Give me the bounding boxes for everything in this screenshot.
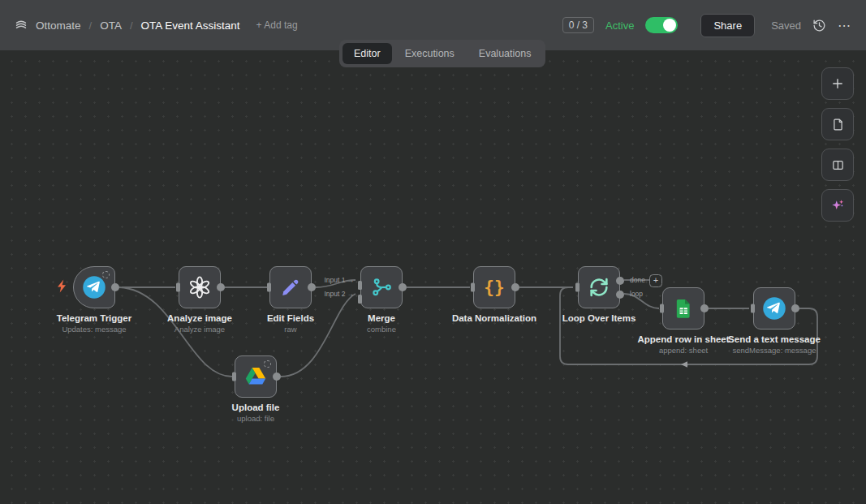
view-tabs: Editor Executions Evaluations: [339, 40, 545, 67]
breadcrumb-separator: /: [89, 19, 93, 32]
output-port[interactable]: [511, 283, 519, 291]
more-menu-icon[interactable]: ⋯: [838, 18, 851, 33]
loop-icon: [588, 276, 610, 299]
tab-editor[interactable]: Editor: [343, 43, 392, 64]
node-label: Upload file: [187, 403, 325, 412]
output-port-done[interactable]: [616, 277, 624, 285]
merge-input2-label: Input 2→: [325, 290, 354, 298]
output-port[interactable]: [700, 304, 709, 312]
node-send-text-message[interactable]: Send a text message sendMessage: message: [753, 287, 795, 330]
workflow-title[interactable]: OTA Event Assistant: [141, 19, 240, 32]
node-label: Loop Over Items: [530, 313, 668, 323]
node-label: Send a text message: [705, 334, 843, 344]
node-append-row-in-sheet[interactable]: Append row in sheet append: sheet: [662, 287, 704, 330]
trigger-bolt-icon: [57, 279, 67, 296]
node-telegram-trigger[interactable]: Telegram Trigger Updates: message: [73, 266, 115, 308]
merge-input1-label: Input 1→: [325, 276, 354, 284]
toggle-knob: [663, 19, 676, 32]
active-toggle[interactable]: [645, 17, 678, 33]
tab-executions[interactable]: Executions: [394, 43, 466, 64]
loopback-arrow: [681, 361, 687, 367]
merge-icon: [370, 276, 393, 299]
ai-assistant-button[interactable]: [821, 189, 854, 222]
google-drive-icon: [244, 365, 267, 388]
breadcrumb-folder[interactable]: OTA: [100, 19, 122, 32]
telegram-icon: [82, 275, 106, 299]
output-port[interactable]: [308, 283, 316, 291]
telegram-icon: [762, 296, 786, 321]
output-port[interactable]: [273, 373, 281, 381]
braces-icon: {}: [484, 278, 504, 297]
node-sublabel: upload: file: [187, 414, 325, 423]
breadcrumb-separator: /: [130, 19, 133, 32]
breadcrumb-workspace[interactable]: Ottomate: [36, 19, 81, 32]
output-port[interactable]: [111, 283, 119, 291]
add-node-endpoint-button[interactable]: +: [649, 274, 662, 287]
loop-done-label: done: [630, 276, 645, 284]
node-sublabel: sendMessage: message: [705, 346, 843, 355]
node-edit-fields[interactable]: Edit Fields raw: [269, 266, 312, 308]
execution-counter-badge: 0 / 3: [562, 17, 594, 33]
note-icon: [831, 118, 845, 131]
input-port-2[interactable]: [358, 295, 362, 304]
output-port[interactable]: [399, 283, 407, 291]
input-port[interactable]: [471, 283, 475, 292]
share-button[interactable]: Share: [700, 14, 755, 37]
workspace-stack-icon: [15, 19, 28, 32]
active-label: Active: [605, 19, 634, 32]
output-port[interactable]: [217, 283, 225, 291]
dashed-circle-icon: [102, 271, 110, 278]
input-port[interactable]: [176, 283, 180, 292]
history-icon[interactable]: [812, 19, 826, 32]
canvas-toolbar: [821, 67, 854, 222]
toggle-panel-button[interactable]: [821, 149, 854, 181]
node-sublabel: combine: [312, 325, 450, 334]
dashed-circle-icon: [264, 360, 271, 368]
input-port[interactable]: [751, 304, 755, 313]
add-sticky-note-button[interactable]: [821, 108, 854, 140]
output-port[interactable]: [791, 304, 799, 312]
connection-wires: [0, 0, 866, 504]
loop-loop-label: loop: [630, 290, 643, 298]
saved-status: Saved: [771, 19, 801, 32]
input-port[interactable]: [575, 283, 579, 292]
port-arrow-icon: →: [347, 290, 355, 298]
node-loop-over-items[interactable]: Loop Over Items: [578, 266, 620, 308]
output-port-loop[interactable]: [616, 291, 624, 299]
add-tag-button[interactable]: + Add tag: [256, 19, 298, 31]
workflow-editor: Ottomate / OTA / OTA Event Assistant + A…: [0, 0, 866, 504]
node-merge[interactable]: Merge combine: [360, 266, 403, 308]
input-port[interactable]: [232, 373, 236, 381]
plus-icon: [830, 76, 845, 91]
input-port[interactable]: [660, 304, 664, 313]
breadcrumb: Ottomate / OTA / OTA Event Assistant + A…: [15, 19, 298, 32]
port-arrow-icon: →: [347, 276, 355, 284]
tab-evaluations[interactable]: Evaluations: [467, 43, 543, 64]
input-port[interactable]: [267, 283, 271, 292]
add-node-button[interactable]: [821, 67, 854, 100]
sparkles-icon: [829, 197, 846, 213]
split-panel-icon: [831, 158, 845, 172]
node-upload-file[interactable]: Upload file upload: file: [235, 355, 277, 398]
node-analyze-image[interactable]: Analyze image Analyze image: [179, 266, 221, 308]
node-data-normalization[interactable]: {} Data Normalization: [473, 266, 515, 308]
google-sheets-icon: [672, 297, 695, 320]
input-port-1[interactable]: [358, 281, 362, 290]
openai-icon: [187, 275, 212, 299]
pencil-icon: [279, 276, 302, 299]
